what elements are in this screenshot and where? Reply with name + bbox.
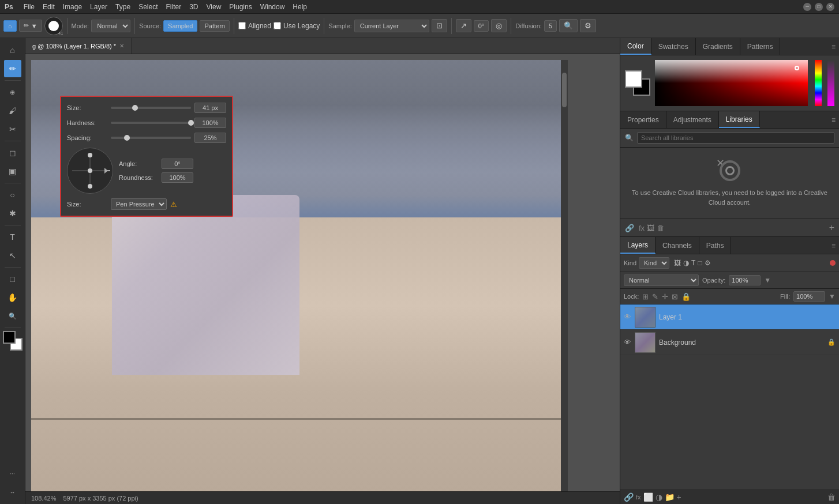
panel-menu-button[interactable]: ≡ [831, 43, 836, 51]
vertical-scrollbar-thumb[interactable] [562, 73, 567, 107]
add-mask-button[interactable]: ⬜ [643, 492, 653, 502]
tool-more[interactable]: ··· [4, 465, 21, 482]
lock-artboard-icon[interactable]: ⊠ [672, 292, 678, 301]
opacity-slider[interactable] [827, 60, 834, 106]
spacing-slider[interactable] [111, 137, 191, 139]
target-icon[interactable]: ◎ [491, 19, 507, 32]
sample-select[interactable]: Current Layer [354, 20, 429, 32]
tool-preset-picker[interactable]: ✏ ▼ [19, 20, 42, 32]
tool-settings-button[interactable]: ⚙ [580, 19, 596, 32]
pen-pressure-select[interactable]: Pen Pressure [111, 198, 167, 210]
minimize-button[interactable]: ─ [803, 3, 811, 11]
tab-layers[interactable]: Layers [620, 237, 656, 254]
size-value[interactable]: 41 px [194, 103, 226, 113]
lib-link-icon[interactable]: 🔗 [625, 224, 634, 232]
brush-size-preview[interactable]: 41 [44, 17, 63, 35]
tab-channels[interactable]: Channels [656, 237, 699, 254]
filter-shape-icon[interactable]: □ [698, 259, 702, 267]
tab-gradients[interactable]: Gradients [696, 38, 740, 55]
lock-position-icon[interactable]: ✛ [662, 292, 668, 301]
pattern-button[interactable]: Pattern [200, 20, 229, 32]
diffusion-value[interactable]: 5 [544, 20, 557, 32]
mode-select[interactable]: Normal [91, 20, 130, 32]
tool-brush[interactable]: ✏ [4, 60, 21, 77]
delete-layer-button[interactable]: 🗑 [827, 492, 836, 502]
hardness-slider[interactable] [111, 122, 191, 124]
new-adjustment-button[interactable]: ◑ [656, 492, 662, 502]
fill-stepper[interactable]: ▼ [829, 292, 836, 300]
lock-all-icon[interactable]: 🔒 [681, 292, 691, 301]
menu-window[interactable]: Window [260, 3, 285, 11]
tool-zoom[interactable]: 🔍 [4, 307, 21, 325]
tab-color[interactable]: Color [620, 38, 651, 55]
menu-select[interactable]: Select [138, 3, 158, 11]
layer-item[interactable]: 👁 Background 🔒 [620, 330, 839, 355]
lib-panel-menu-button[interactable]: ≡ [831, 116, 836, 124]
opacity-stepper[interactable]: ▼ [764, 276, 771, 284]
menu-image[interactable]: Image [63, 3, 82, 11]
layer-visibility-toggle[interactable]: 👁 [624, 338, 631, 347]
blend-mode-select[interactable]: Normal [624, 274, 699, 286]
kind-select[interactable]: Kind [639, 257, 669, 269]
sampled-button[interactable]: Sampled [163, 20, 197, 32]
vertical-scrollbar[interactable] [561, 60, 568, 491]
lib-image-icon[interactable]: 🖼 [647, 224, 654, 232]
menu-view[interactable]: View [207, 3, 222, 11]
menu-3d[interactable]: 3D [189, 3, 198, 11]
menu-help[interactable]: Help [293, 3, 307, 11]
document-tab[interactable]: g @ 108% (Layer 1, RGB/8) * ✕ [25, 38, 132, 54]
menu-type[interactable]: Type [115, 3, 130, 11]
roundness-value[interactable]: 100% [162, 172, 193, 183]
angle-top-dot[interactable] [88, 153, 92, 157]
layer-visibility-toggle[interactable]: 👁 [624, 313, 631, 321]
color-field[interactable] [655, 60, 808, 106]
foreground-swatch[interactable] [625, 70, 642, 88]
tool-gradient[interactable]: ▣ [4, 163, 21, 180]
tool-shape[interactable]: □ [4, 270, 21, 288]
tool-home[interactable]: ⌂ [4, 42, 21, 59]
lock-transparent-icon[interactable]: ⊞ [642, 292, 649, 301]
tool-spot-heal[interactable]: ⊕ [4, 84, 21, 101]
tool-eraser[interactable]: ◻ [4, 144, 21, 161]
hardness-value[interactable]: 100% [194, 118, 226, 128]
lock-pixel-icon[interactable]: ✎ [652, 292, 658, 301]
tab-swatches[interactable]: Swatches [651, 38, 696, 55]
filter-pixel-icon[interactable]: 🖼 [674, 259, 681, 267]
ignore-adjustments-button[interactable]: ⊡ [432, 19, 447, 32]
library-search-input[interactable] [637, 132, 834, 144]
lib-add-button[interactable]: + [829, 223, 834, 233]
tab-close-button[interactable]: ✕ [119, 43, 124, 49]
foreground-color[interactable] [3, 331, 16, 344]
menu-file[interactable]: File [24, 3, 35, 11]
home-button[interactable]: ⌂ [3, 20, 17, 32]
filter-text-icon[interactable]: T [691, 259, 695, 267]
search-button[interactable]: 🔍 [559, 19, 578, 32]
tool-text[interactable]: T [4, 228, 21, 246]
tab-properties[interactable]: Properties [620, 111, 666, 128]
close-button[interactable]: ✕ [826, 3, 834, 11]
hue-slider[interactable] [815, 60, 822, 106]
tab-libraries[interactable]: Libraries [719, 111, 760, 128]
layer-item[interactable]: 👁 Layer 1 [620, 304, 839, 330]
use-legacy-checkbox[interactable] [274, 22, 281, 29]
add-style-button[interactable]: fx [636, 494, 641, 501]
menu-plugins[interactable]: Plugins [229, 3, 252, 11]
filter-smart-icon[interactable]: ⚙ [705, 259, 711, 267]
link-layers-button[interactable]: 🔗 [624, 492, 634, 502]
menu-filter[interactable]: Filter [166, 3, 181, 11]
tab-adjustments[interactable]: Adjustments [666, 111, 719, 128]
lib-trash-icon[interactable]: 🗑 [657, 224, 664, 232]
tool-dodge[interactable]: ○ [4, 186, 21, 204]
rotation-value[interactable]: 0° [474, 20, 489, 32]
opacity-input[interactable] [729, 275, 761, 285]
canvas-viewport[interactable]: Size: 41 px Hardness: 100% Spacing [25, 54, 620, 491]
angle-circle[interactable] [67, 148, 113, 194]
lib-fx-icon[interactable]: fx [639, 224, 645, 232]
spacing-value[interactable]: 25% [194, 133, 226, 143]
new-layer-button[interactable]: + [677, 492, 681, 502]
fill-input[interactable] [793, 291, 825, 302]
filter-adjustment-icon[interactable]: ◑ [683, 259, 689, 267]
tab-paths[interactable]: Paths [699, 237, 732, 254]
menu-layer[interactable]: Layer [90, 3, 107, 11]
tab-patterns[interactable]: Patterns [740, 38, 781, 55]
